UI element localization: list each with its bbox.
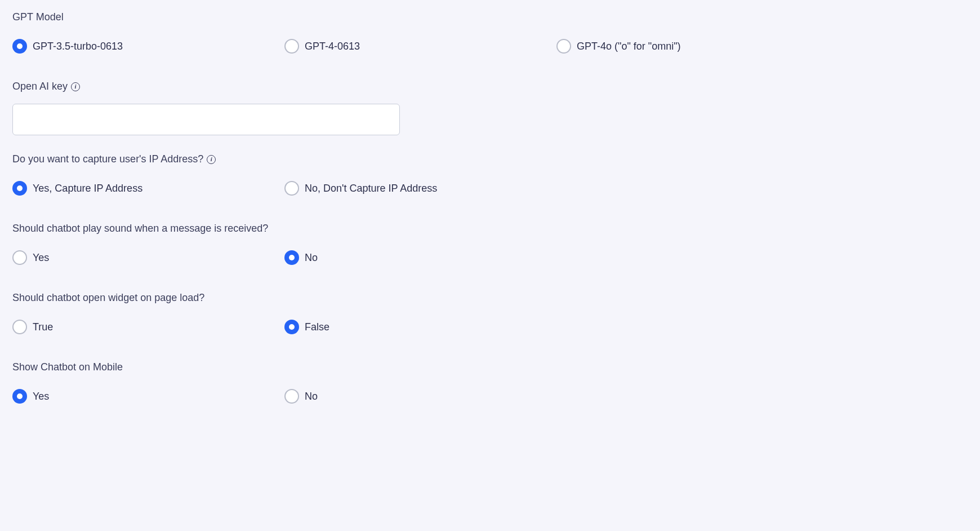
- capture-ip-label: Do you want to capture user's IP Address…: [12, 153, 968, 165]
- openai-key-input[interactable]: [12, 104, 400, 135]
- info-icon[interactable]: i: [207, 155, 216, 164]
- play-sound-field: Should chatbot play sound when a message…: [12, 223, 968, 265]
- open-widget-label: Should chatbot open widget on page load?: [12, 292, 968, 304]
- radio-icon: [12, 320, 27, 334]
- play-sound-label-text: Should chatbot play sound when a message…: [12, 223, 268, 234]
- gpt-model-option-0-label: GPT-3.5-turbo-0613: [33, 41, 123, 52]
- open-widget-option-0-label: True: [33, 321, 53, 333]
- open-widget-options: True False: [12, 320, 968, 334]
- gpt-model-option-1-label: GPT-4-0613: [305, 41, 360, 52]
- openai-key-label-text: Open AI key: [12, 81, 68, 92]
- radio-icon: [284, 250, 299, 265]
- play-sound-options: Yes No: [12, 250, 968, 265]
- show-mobile-label: Show Chatbot on Mobile: [12, 361, 968, 373]
- show-mobile-options: Yes No: [12, 389, 968, 404]
- open-widget-option-1-label: False: [305, 321, 329, 333]
- open-widget-option-0[interactable]: True: [12, 320, 284, 334]
- radio-icon: [284, 389, 299, 404]
- capture-ip-options: Yes, Capture IP Address No, Don't Captur…: [12, 181, 968, 196]
- gpt-model-option-1[interactable]: GPT-4-0613: [284, 39, 556, 54]
- radio-icon: [12, 181, 27, 196]
- show-mobile-option-0-label: Yes: [33, 391, 49, 402]
- capture-ip-option-1-label: No, Don't Capture IP Address: [305, 183, 437, 194]
- radio-icon: [12, 39, 27, 54]
- gpt-model-option-0[interactable]: GPT-3.5-turbo-0613: [12, 39, 284, 54]
- show-mobile-field: Show Chatbot on Mobile Yes No: [12, 361, 968, 404]
- openai-key-field: Open AI key i: [12, 81, 968, 135]
- radio-icon: [284, 320, 299, 334]
- openai-key-label: Open AI key i: [12, 81, 968, 92]
- show-mobile-option-0[interactable]: Yes: [12, 389, 284, 404]
- gpt-model-options: GPT-3.5-turbo-0613 GPT-4-0613 GPT-4o ("o…: [12, 39, 968, 54]
- gpt-model-option-2-label: GPT-4o ("o" for "omni"): [577, 41, 681, 52]
- gpt-model-field: GPT Model GPT-3.5-turbo-0613 GPT-4-0613 …: [12, 11, 968, 54]
- radio-icon: [12, 250, 27, 265]
- play-sound-option-1-label: No: [305, 252, 318, 264]
- capture-ip-option-0[interactable]: Yes, Capture IP Address: [12, 181, 284, 196]
- gpt-model-label: GPT Model: [12, 11, 968, 23]
- play-sound-option-1[interactable]: No: [284, 250, 318, 265]
- capture-ip-label-text: Do you want to capture user's IP Address…: [12, 153, 203, 165]
- radio-icon: [284, 181, 299, 196]
- play-sound-option-0-label: Yes: [33, 252, 49, 264]
- play-sound-option-0[interactable]: Yes: [12, 250, 284, 265]
- capture-ip-option-0-label: Yes, Capture IP Address: [33, 183, 142, 194]
- gpt-model-option-2[interactable]: GPT-4o ("o" for "omni"): [556, 39, 681, 54]
- show-mobile-option-1[interactable]: No: [284, 389, 318, 404]
- radio-icon: [556, 39, 571, 54]
- show-mobile-label-text: Show Chatbot on Mobile: [12, 361, 123, 373]
- info-icon[interactable]: i: [71, 82, 80, 91]
- play-sound-label: Should chatbot play sound when a message…: [12, 223, 968, 234]
- capture-ip-option-1[interactable]: No, Don't Capture IP Address: [284, 181, 437, 196]
- capture-ip-field: Do you want to capture user's IP Address…: [12, 153, 968, 196]
- open-widget-field: Should chatbot open widget on page load?…: [12, 292, 968, 334]
- radio-icon: [284, 39, 299, 54]
- show-mobile-option-1-label: No: [305, 391, 318, 402]
- open-widget-option-1[interactable]: False: [284, 320, 329, 334]
- gpt-model-label-text: GPT Model: [12, 11, 64, 23]
- open-widget-label-text: Should chatbot open widget on page load?: [12, 292, 204, 304]
- radio-icon: [12, 389, 27, 404]
